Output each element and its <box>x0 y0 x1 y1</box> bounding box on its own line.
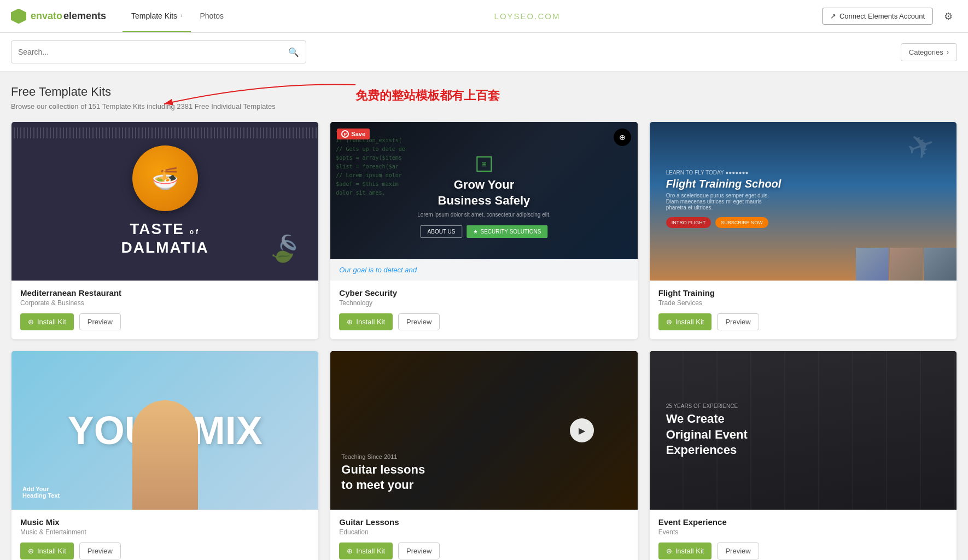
nav-tab-template-kits[interactable]: Template Kits › <box>123 0 191 32</box>
template-actions-cyber: ⊕ Install Kit Preview <box>339 313 628 330</box>
flight-photo-2 <box>890 248 923 281</box>
plane-graphic: ✈ <box>902 124 941 170</box>
template-grid: 🍜 TASTE ofDALMATIA 🍃 Mediterranean Resta… <box>11 121 957 560</box>
header-right: ↗ Connect Elements Account ⚙ <box>822 8 957 25</box>
cyber-bottom-text: Our goal is to detect and <box>339 266 628 274</box>
nav-template-kits-label: Template Kits <box>131 11 177 20</box>
watermark-text: LOYSEO.COM <box>494 11 561 21</box>
template-category-event: Events <box>658 528 948 536</box>
template-info-cyber: Cyber Security Technology ⊕ Install Kit … <box>330 281 637 339</box>
search-bar: 🔍 Categories › <box>0 33 968 72</box>
flight-photo-3 <box>924 248 957 281</box>
template-name-guitar: Guitar Lessons <box>339 517 628 527</box>
nav-tab-photos[interactable]: Photos <box>191 0 232 32</box>
logo-envato-text: envato <box>31 10 62 22</box>
template-category-cyber: Technology <box>339 299 628 307</box>
template-actions-mix: ⊕ Install Kit Preview <box>20 542 310 559</box>
install-kit-button-event[interactable]: ⊕ Install Kit <box>658 542 712 559</box>
preview-button-guitar[interactable]: Preview <box>398 542 440 559</box>
restaurant-thumb-content: 🍜 TASTE ofDALMATIA <box>121 145 209 256</box>
template-info-restaurant: Mediterranean Restaurant Corporate & Bus… <box>11 281 318 339</box>
settings-icon[interactable]: ⚙ <box>940 8 957 25</box>
chevron-right-icon: › <box>947 48 949 56</box>
event-years-text: 25 YEARS OF EXPERIENCE <box>666 403 748 409</box>
pinterest-icon: P <box>341 130 349 138</box>
template-name-event: Event Experience <box>658 517 948 527</box>
zoom-icon[interactable]: ⊕ <box>614 129 631 146</box>
cyber-thumb-title: Grow YourBusiness Safely <box>417 177 550 208</box>
template-card-event: 25 YEARS OF EXPERIENCE We CreateOriginal… <box>649 351 957 560</box>
template-info-event: Event Experience Events ⊕ Install Kit Pr… <box>650 510 957 560</box>
plus-circle-icon: ⊕ <box>666 318 672 326</box>
main-header: envato elements Template Kits › Photos L… <box>0 0 968 33</box>
cyber-thumb-subtitle: Lorem ipsum dolor sit amet, consectetur … <box>417 212 550 218</box>
template-category-mix: Music & Entertainment <box>20 528 310 536</box>
template-thumbnail-restaurant: 🍜 TASTE ofDALMATIA 🍃 <box>11 122 318 281</box>
cyber-about-btn[interactable]: ABOUT US <box>421 225 463 238</box>
restaurant-thumb-title: TASTE ofDALMATIA <box>121 220 209 256</box>
title-section: Free Template Kits 免费的整站模板都有上百套 <box>11 85 957 99</box>
categories-label: Categories <box>909 48 943 56</box>
template-info-flight: Flight Training Trade Services ⊕ Install… <box>650 281 957 339</box>
template-thumbnail-flight: ✈ LEARN TO FLY TODAY ●●●●●●● Flight Trai… <box>650 122 957 281</box>
template-info-guitar: Guitar Lessons Education ⊕ Install Kit P… <box>330 510 637 560</box>
install-kit-button-flight[interactable]: ⊕ Install Kit <box>658 313 712 330</box>
main-nav: Template Kits › Photos <box>123 0 232 32</box>
cyber-security-btn[interactable]: ★ SECURITY SOLUTIONS <box>466 225 547 238</box>
template-card-cyber: <?package if (function_exists( // Gets u… <box>330 121 638 340</box>
mix-person-graphic <box>132 400 198 510</box>
flight-learn-text: LEARN TO FLY TODAY ●●●●●●● <box>666 170 782 176</box>
guitar-thumb-title: Guitar lessonsto meet your <box>341 462 425 493</box>
intro-flight-btn[interactable]: INTRO FLIGHT <box>666 217 712 228</box>
flight-photo-strip <box>856 248 957 281</box>
plus-circle-icon: ⊕ <box>28 318 34 326</box>
nav-photos-label: Photos <box>200 11 224 20</box>
page-title: Free Template Kits <box>11 85 957 99</box>
template-thumbnail-mix: YOUR MIX Add YourHeading Text <box>11 351 318 510</box>
connect-btn-label: Connect Elements Account <box>839 12 925 20</box>
main-content: Free Template Kits 免费的整站模板都有上百套 Browse o… <box>0 72 968 560</box>
template-category-guitar: Education <box>339 528 628 536</box>
template-card-restaurant: 🍜 TASTE ofDALMATIA 🍃 Mediterranean Resta… <box>11 121 319 340</box>
flight-content: LEARN TO FLY TODAY ●●●●●●● Flight Traini… <box>666 170 782 228</box>
header-center: LOYSEO.COM <box>232 11 822 21</box>
template-category-flight: Trade Services <box>658 299 948 307</box>
page-subtitle: Browse our collection of 151 Template Ki… <box>11 102 957 110</box>
dish-icon: 🍜 <box>132 145 198 211</box>
cyber-grid-icon: ⊞ <box>476 156 492 172</box>
template-name-restaurant: Mediterranean Restaurant <box>20 288 310 298</box>
mix-small-text: Add YourHeading Text <box>22 486 60 499</box>
install-kit-button-mix[interactable]: ⊕ Install Kit <box>20 542 74 559</box>
connect-elements-account-button[interactable]: ↗ Connect Elements Account <box>822 8 933 25</box>
search-input[interactable] <box>18 48 288 56</box>
guitar-teaching-text: Teaching Since 2011 <box>341 453 425 460</box>
search-icon[interactable]: 🔍 <box>288 47 299 57</box>
preview-button-mix[interactable]: Preview <box>79 542 121 559</box>
template-card-mix: YOUR MIX Add YourHeading Text Music Mix … <box>11 351 319 560</box>
logo[interactable]: envato elements <box>11 9 106 24</box>
template-actions-flight: ⊕ Install Kit Preview <box>658 313 948 330</box>
event-content: 25 YEARS OF EXPERIENCE We CreateOriginal… <box>666 403 748 458</box>
install-kit-button-restaurant[interactable]: ⊕ Install Kit <box>20 313 74 330</box>
template-card-guitar: Teaching Since 2011 Guitar lessonsto mee… <box>330 351 638 560</box>
save-badge[interactable]: P Save <box>337 129 370 139</box>
preview-button-event[interactable]: Preview <box>717 542 759 559</box>
chevron-right-icon: › <box>180 13 182 19</box>
restaurant-of: of <box>190 228 200 236</box>
subscribe-btn[interactable]: SUBSCRIBE NOW <box>715 217 768 228</box>
template-name-cyber: Cyber Security <box>339 288 628 298</box>
preview-button-cyber[interactable]: Preview <box>398 313 440 330</box>
categories-button[interactable]: Categories › <box>901 43 957 61</box>
security-star-icon: ★ <box>473 229 478 235</box>
preview-button-restaurant[interactable]: Preview <box>79 313 121 330</box>
template-actions-guitar: ⊕ Install Kit Preview <box>339 542 628 559</box>
flight-thumb-buttons: INTRO FLIGHT SUBSCRIBE NOW <box>666 217 782 228</box>
install-kit-button-guitar[interactable]: ⊕ Install Kit <box>339 542 393 559</box>
install-kit-button-cyber[interactable]: ⊕ Install Kit <box>339 313 393 330</box>
template-info-mix: Music Mix Music & Entertainment ⊕ Instal… <box>11 510 318 560</box>
play-button-icon[interactable]: ▶ <box>570 418 594 442</box>
preview-button-flight[interactable]: Preview <box>717 313 759 330</box>
plus-circle-icon: ⊕ <box>28 547 34 555</box>
logo-elements-text: elements <box>63 10 106 22</box>
flight-photo-1 <box>856 248 889 281</box>
